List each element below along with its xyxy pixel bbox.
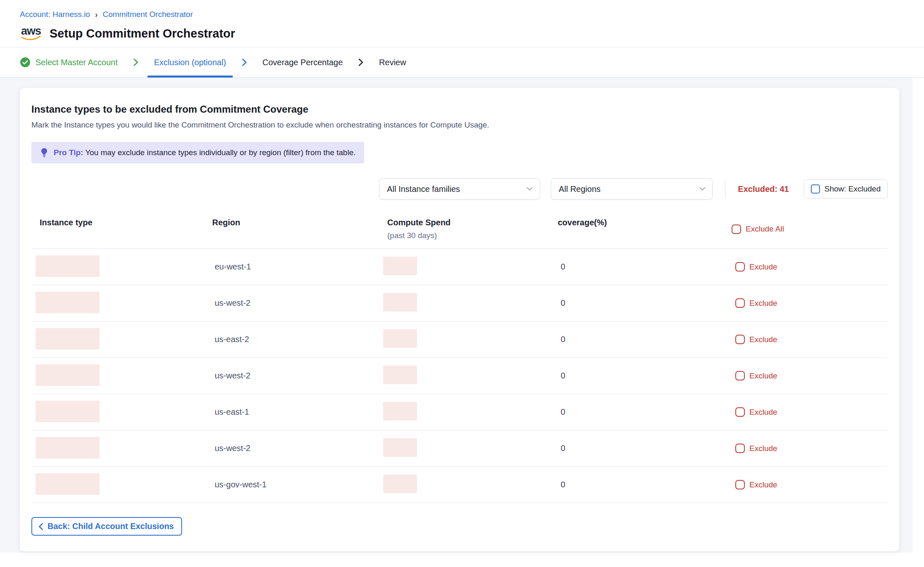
masked-compute-spend xyxy=(383,475,417,493)
table-row: us-gov-west-1 0 Exclude xyxy=(31,467,888,503)
content-panel: Instance types to be excluded from Commi… xyxy=(0,78,912,553)
exclude-label[interactable]: Exclude xyxy=(749,408,777,417)
region-value: us-west-2 xyxy=(204,298,251,307)
exclude-checkbox[interactable] xyxy=(735,371,745,380)
exclude-checkbox[interactable] xyxy=(735,298,745,308)
card-subheading: Mark the Instance types you would like t… xyxy=(31,120,888,130)
masked-instance-type xyxy=(36,255,100,277)
vertical-divider xyxy=(725,180,725,198)
masked-instance-type xyxy=(36,292,100,313)
stepper: Select Master Account Exclusion (optiona… xyxy=(0,47,924,78)
aws-smile-icon xyxy=(21,36,41,42)
region-value: us-west-2 xyxy=(204,371,251,380)
masked-compute-spend xyxy=(383,329,417,348)
region-value: us-west-2 xyxy=(204,444,251,453)
page: Account: Harness.io › Commitment Orchest… xyxy=(0,0,924,567)
masked-instance-type xyxy=(36,328,100,350)
table-row: us-west-2 0 Exclude xyxy=(31,358,888,394)
exclude-label[interactable]: Exclude xyxy=(749,299,777,308)
col-exclude-all: Exclude All xyxy=(724,218,888,240)
stepper-step[interactable]: Review xyxy=(379,47,406,77)
instance-families-value: All Instance families xyxy=(387,184,460,194)
region-value: us-gov-west-1 xyxy=(204,480,267,489)
masked-compute-spend xyxy=(383,293,417,312)
table-row: eu-west-1 0 Exclude xyxy=(31,249,888,285)
stepper-step-label: Select Master Account xyxy=(36,58,118,67)
exclude-label[interactable]: Exclude xyxy=(749,335,777,344)
title-row: aws Setup Commitment Orchestrator xyxy=(20,24,924,43)
back-button[interactable]: Back: Child Account Exclusions xyxy=(31,517,182,536)
coverage-value: 0 xyxy=(550,444,565,453)
exclude-checkbox[interactable] xyxy=(735,480,745,489)
stepper-step-label: Coverage Percentage xyxy=(263,58,343,67)
exclude-checkbox[interactable] xyxy=(735,262,745,272)
excluded-count: Excluded: 41 xyxy=(738,184,789,194)
breadcrumb: Account: Harness.io › Commitment Orchest… xyxy=(20,10,924,19)
col-compute-spend: Compute Spend (past 30 days) xyxy=(379,218,550,240)
chevron-down-icon xyxy=(526,187,533,191)
page-header: Account: Harness.io › Commitment Orchest… xyxy=(0,0,924,43)
coverage-value: 0 xyxy=(550,407,565,416)
exclusions-card: Instance types to be excluded from Commi… xyxy=(20,88,899,551)
masked-instance-type xyxy=(36,401,100,422)
aws-logo-text: aws xyxy=(21,26,41,36)
pro-tip-banner: Pro Tip: You may exclude instance types … xyxy=(31,142,364,163)
exclude-checkbox[interactable] xyxy=(735,444,745,453)
breadcrumb-current-link[interactable]: Commitment Orchestrator xyxy=(103,10,193,19)
lightbulb-icon xyxy=(40,148,49,158)
show-excluded-label: Show: Excluded xyxy=(824,184,881,194)
table-row: us-west-2 0 Exclude xyxy=(31,430,888,467)
exclude-label[interactable]: Exclude xyxy=(749,444,777,453)
region-value: us-east-2 xyxy=(204,335,249,344)
region-value: us-east-1 xyxy=(204,407,249,416)
table-row: us-east-2 0 Exclude xyxy=(31,321,888,358)
stepper-step[interactable]: Exclusion (optional) xyxy=(154,47,226,77)
exclude-label[interactable]: Exclude xyxy=(749,262,777,272)
show-excluded-checkbox[interactable] xyxy=(811,184,820,194)
regions-select[interactable]: All Regions xyxy=(551,178,713,200)
stepper-step[interactable]: Select Master Account xyxy=(20,47,118,77)
stepper-step-label: Exclusion (optional) xyxy=(154,58,226,67)
pro-tip-text: You may exclude instance types individua… xyxy=(85,148,355,157)
table-row: us-east-1 0 Exclude xyxy=(31,394,888,430)
region-value: eu-west-1 xyxy=(204,262,251,271)
check-circle-icon xyxy=(20,57,31,68)
table-row: us-west-2 0 Exclude xyxy=(31,285,888,321)
filters-row: All Instance families All Regions Exclud… xyxy=(31,178,888,200)
coverage-value: 0 xyxy=(550,335,565,344)
col-compute-spend-sub: (past 30 days) xyxy=(387,231,550,240)
instance-families-select[interactable]: All Instance families xyxy=(379,178,540,200)
col-region: Region xyxy=(204,218,379,240)
exclude-checkbox[interactable] xyxy=(735,335,745,344)
pro-tip-label: Pro Tip: xyxy=(54,148,83,157)
table-body: eu-west-1 0 Exclude us-west-2 0 Exclude … xyxy=(31,249,888,503)
stepper-step[interactable]: Coverage Percentage xyxy=(263,47,343,77)
coverage-value: 0 xyxy=(550,298,565,307)
masked-instance-type xyxy=(36,364,100,386)
exclude-checkbox[interactable] xyxy=(735,407,745,417)
col-instance-type: Instance type xyxy=(31,218,204,240)
col-coverage: coverage(%) xyxy=(550,218,724,240)
chevron-down-icon xyxy=(699,187,706,191)
coverage-value: 0 xyxy=(550,371,565,380)
breadcrumb-separator-icon: › xyxy=(95,10,98,19)
card-heading: Instance types to be excluded from Commi… xyxy=(31,104,888,115)
exclude-label[interactable]: Exclude xyxy=(749,480,777,489)
masked-compute-spend xyxy=(383,257,417,275)
table-header: Instance type Region Compute Spend (past… xyxy=(31,218,888,249)
coverage-value: 0 xyxy=(550,480,565,489)
exclude-label[interactable]: Exclude xyxy=(749,371,777,380)
breadcrumb-account-link[interactable]: Account: Harness.io xyxy=(20,10,90,19)
stepper-step-label: Review xyxy=(379,58,406,67)
page-title: Setup Commitment Orchestrator xyxy=(50,27,235,40)
masked-compute-spend xyxy=(383,438,417,457)
show-excluded-toggle[interactable]: Show: Excluded xyxy=(804,180,888,198)
chevron-right-icon xyxy=(132,57,140,67)
chevron-right-icon xyxy=(240,57,249,67)
back-button-label: Back: Child Account Exclusions xyxy=(47,522,174,531)
regions-value: All Regions xyxy=(559,184,600,194)
coverage-value: 0 xyxy=(550,262,565,271)
masked-compute-spend xyxy=(383,366,417,384)
exclude-all-label[interactable]: Exclude All xyxy=(746,224,784,234)
exclude-all-checkbox[interactable] xyxy=(732,224,741,234)
